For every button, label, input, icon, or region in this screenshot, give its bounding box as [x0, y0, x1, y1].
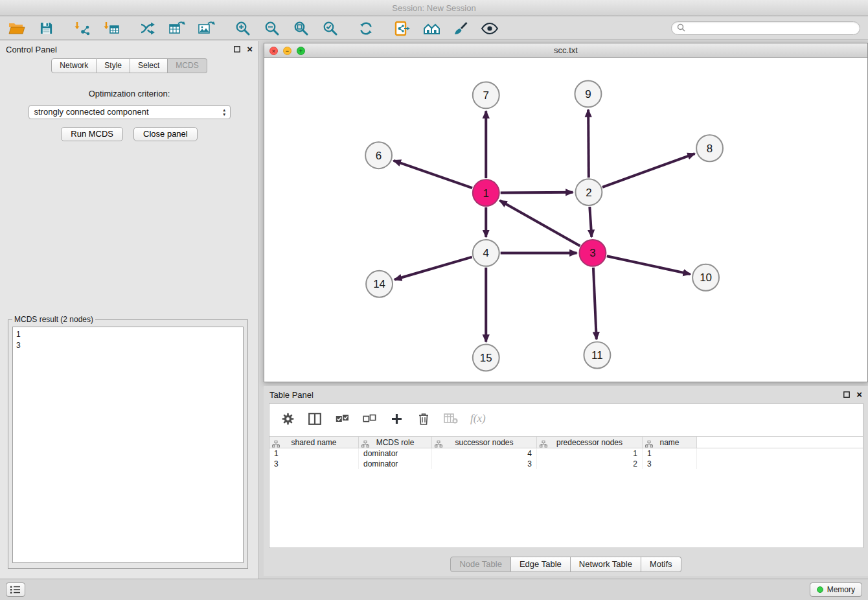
- function-builder-fx-icon[interactable]: f(x): [470, 412, 486, 425]
- tab-node-table[interactable]: Node Table: [450, 557, 511, 572]
- result-item[interactable]: 3: [16, 340, 240, 351]
- network-overview-home-icon[interactable]: [422, 20, 440, 37]
- column-header-label: successor nodes: [455, 438, 513, 447]
- zoom-in-icon[interactable]: [233, 20, 251, 37]
- tab-mcds[interactable]: MCDS: [168, 58, 207, 73]
- table-row[interactable]: 3dominator323: [269, 459, 863, 469]
- ndex-document-icon[interactable]: [393, 20, 411, 37]
- float-panel-icon[interactable]: [233, 45, 242, 54]
- save-session-icon[interactable]: [37, 20, 55, 37]
- tab-motifs[interactable]: Motifs: [641, 557, 681, 572]
- column-header-predecessor-nodes[interactable]: predecessor nodes: [537, 437, 643, 448]
- edge-3-1[interactable]: [500, 201, 580, 246]
- edge-2-3[interactable]: [589, 207, 591, 237]
- import-network-icon[interactable]: [73, 20, 91, 37]
- node-label: 6: [376, 150, 382, 162]
- window-close-icon[interactable]: ×: [269, 47, 278, 55]
- column-header-shared-name[interactable]: shared name: [269, 437, 359, 448]
- mcds-result-list[interactable]: 13: [12, 327, 244, 563]
- edge-1-6[interactable]: [394, 161, 472, 188]
- export-image-icon[interactable]: [197, 20, 215, 37]
- table-cell[interactable]: 2: [537, 459, 643, 469]
- network-window-title: scc.txt: [554, 45, 578, 55]
- node-11[interactable]: 11: [584, 342, 610, 369]
- edge-3-11[interactable]: [593, 268, 597, 340]
- table-cell[interactable]: 3: [432, 459, 537, 469]
- column-header-mcds-role[interactable]: MCDS role: [359, 437, 432, 448]
- node-10[interactable]: 10: [692, 264, 719, 291]
- add-row-plus-icon[interactable]: [389, 410, 404, 427]
- control-panel-header: Control Panel ×: [0, 41, 258, 58]
- run-mcds-button[interactable]: Run MCDS: [61, 127, 123, 141]
- search-box[interactable]: [671, 21, 860, 35]
- result-item[interactable]: 1: [16, 329, 240, 340]
- node-9[interactable]: 9: [575, 80, 601, 107]
- column-header-label: name: [659, 438, 679, 447]
- node-14[interactable]: 14: [366, 271, 393, 297]
- zoom-out-icon[interactable]: [262, 20, 280, 37]
- edge-3-10[interactable]: [607, 256, 691, 274]
- edge-1-2[interactable]: [501, 192, 573, 193]
- tab-network[interactable]: Network: [51, 58, 97, 73]
- node-label: 9: [585, 88, 591, 100]
- zoom-fit-icon[interactable]: [291, 20, 310, 37]
- table-cell[interactable]: 3: [643, 459, 697, 469]
- export-table-icon[interactable]: [168, 20, 186, 37]
- delete-table-icon[interactable]: [443, 410, 459, 427]
- show-columns-icon[interactable]: [307, 410, 323, 427]
- control-panel-title: Control Panel: [6, 45, 57, 54]
- table-row[interactable]: 1dominator411: [269, 448, 863, 459]
- refresh-icon[interactable]: [357, 20, 375, 37]
- tab-style[interactable]: Style: [97, 58, 130, 73]
- tab-select[interactable]: Select: [130, 58, 168, 73]
- column-header-successor-nodes[interactable]: successor nodes: [432, 437, 537, 448]
- node-15[interactable]: 15: [473, 345, 499, 371]
- column-header-name[interactable]: name: [643, 437, 697, 448]
- zoom-selected-icon[interactable]: [321, 20, 339, 37]
- node-4[interactable]: 4: [473, 240, 499, 266]
- export-network-icon[interactable]: [139, 20, 157, 37]
- search-input[interactable]: [689, 24, 854, 33]
- node-8[interactable]: 8: [696, 135, 723, 161]
- node-7[interactable]: 7: [473, 82, 499, 108]
- table-cell[interactable]: dominator: [359, 459, 432, 469]
- tab-edge-table[interactable]: Edge Table: [511, 557, 571, 572]
- open-session-icon[interactable]: [8, 20, 26, 37]
- table-panel-header: Table Panel ×: [264, 386, 868, 403]
- table-cell[interactable]: 1: [269, 448, 359, 459]
- table-panel-body: f(x) shared nameMCDS rolesuccessor nodes…: [269, 403, 863, 548]
- close-table-panel-icon[interactable]: ×: [856, 390, 862, 399]
- deselect-all-icon[interactable]: [361, 410, 377, 427]
- import-table-icon[interactable]: [102, 20, 120, 37]
- mcds-result-fieldset: MCDS result (2 nodes) 13: [8, 319, 248, 569]
- edge-2-8[interactable]: [602, 154, 695, 187]
- table-cell[interactable]: 1: [537, 448, 643, 459]
- tab-network-table[interactable]: Network Table: [571, 557, 641, 572]
- edge-2-9[interactable]: [588, 110, 589, 178]
- optimization-criterion-dropdown[interactable]: strongly connected component ▲▼: [29, 105, 231, 119]
- network-window-titlebar[interactable]: × − + scc.txt: [264, 43, 867, 58]
- close-panel-button[interactable]: Close panel: [133, 127, 198, 141]
- delete-row-trash-icon[interactable]: [416, 410, 431, 427]
- edge-4-14[interactable]: [394, 257, 472, 280]
- status-bar: Memory: [0, 579, 868, 600]
- table-cell[interactable]: dominator: [359, 448, 432, 459]
- table-cell[interactable]: 3: [269, 459, 359, 469]
- node-label: 1: [483, 187, 489, 200]
- node-6[interactable]: 6: [365, 142, 392, 168]
- network-canvas[interactable]: 7968124310141511: [264, 58, 867, 382]
- apply-style-brush-icon[interactable]: [451, 20, 470, 37]
- float-table-panel-icon[interactable]: [842, 390, 851, 399]
- column-settings-gear-icon[interactable]: [280, 410, 295, 427]
- memory-button[interactable]: Memory: [810, 583, 862, 597]
- node-2[interactable]: 2: [575, 179, 602, 205]
- close-panel-icon[interactable]: ×: [247, 45, 253, 54]
- select-all-icon[interactable]: [334, 410, 350, 427]
- node-1[interactable]: 1: [473, 179, 499, 206]
- node-3[interactable]: 3: [579, 240, 606, 266]
- show-hide-eye-icon[interactable]: [481, 20, 499, 37]
- table-cell[interactable]: 4: [432, 448, 537, 459]
- window-minimize-icon[interactable]: −: [283, 47, 291, 55]
- task-history-list-icon[interactable]: [6, 583, 25, 597]
- window-zoom-icon[interactable]: +: [297, 47, 305, 55]
